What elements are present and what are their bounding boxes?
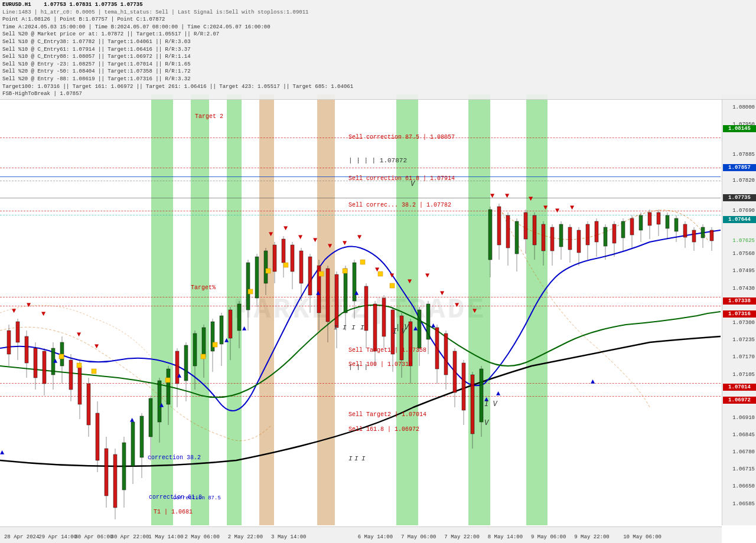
svg-text:I: I	[343, 324, 347, 331]
svg-rect-97	[435, 328, 439, 369]
svg-rect-37	[167, 369, 170, 404]
svg-rect-93	[418, 310, 421, 348]
svg-text:I: I	[361, 455, 366, 462]
svg-rect-83	[373, 304, 377, 351]
svg-text:| V: | V	[396, 323, 409, 332]
svg-rect-131	[586, 224, 589, 245]
svg-text:Sell correc... 38.2 | 1.07782: Sell correc... 38.2 | 1.07782	[348, 202, 451, 208]
price-label-10684: 1.06845	[732, 432, 755, 438]
svg-text:I V: I V	[484, 400, 498, 408]
svg-rect-113	[506, 215, 510, 248]
svg-rect-153	[683, 224, 687, 237]
svg-rect-129	[577, 230, 581, 253]
svg-text:▼: ▼	[298, 233, 303, 241]
price-box-blue-fsb: 1.07857	[723, 164, 756, 171]
price-label-10743: 1.07430	[732, 286, 755, 292]
svg-text:▼: ▼	[357, 233, 362, 241]
svg-rect-212	[92, 369, 96, 374]
svg-rect-81	[364, 286, 368, 331]
price-label-10749: 1.07495	[732, 268, 755, 274]
svg-text:▼: ▼	[505, 192, 510, 200]
svg-rect-155	[692, 230, 696, 242]
svg-rect-17	[78, 366, 82, 404]
svg-rect-147	[657, 212, 660, 224]
price-label-10678: 1.06780	[732, 449, 755, 455]
svg-text:▼: ▼	[425, 272, 430, 280]
svg-rect-117	[524, 212, 527, 239]
fsb-line: FSB-HighToBreak | 1.07857	[2, 90, 754, 98]
svg-rect-1	[7, 331, 11, 354]
svg-rect-123	[550, 227, 554, 251]
time-label-13: 9 May 06:00	[531, 534, 566, 540]
info-line10: Sell %20 @ Entry -88: 1.08619 || Target:…	[2, 76, 754, 83]
price-box-current: 1.07735	[723, 194, 756, 201]
svg-rect-135	[604, 227, 607, 246]
svg-rect-208	[378, 272, 383, 276]
svg-text:▼: ▼	[284, 224, 288, 233]
svg-text:▼: ▼	[455, 301, 460, 309]
svg-rect-137	[612, 224, 616, 243]
price-label-10723: 1.07235	[732, 337, 755, 343]
svg-text:I: I	[360, 324, 364, 331]
svg-rect-73	[326, 269, 330, 322]
svg-rect-51	[229, 310, 232, 338]
svg-rect-99	[444, 333, 448, 375]
chart-container: EURUSD.H1 1.07753 1.07831 1.07735 1.0773…	[0, 0, 756, 543]
svg-rect-121	[542, 224, 545, 251]
svg-rect-133	[595, 221, 598, 242]
svg-rect-143	[639, 215, 643, 230]
svg-rect-27	[122, 443, 126, 490]
price-label-10756: 1.07625	[732, 238, 755, 244]
svg-text:| | | | 1.07872: | | | | 1.07872	[348, 157, 407, 164]
svg-rect-77	[344, 269, 347, 313]
info-line7: Sell %10 @ C_Entry88: 1.08057 || Target:…	[2, 53, 754, 61]
svg-text:▼: ▼	[440, 289, 445, 297]
svg-rect-15	[69, 360, 73, 390]
chart-svg: ▼ ▼ ▼ ▼ ▼ ▼ ▼ ▼ ▼ ▼ ▼ ▼ ▼ ▼ ▼ ▼ ▼ ▼ ▼ ▼ …	[0, 94, 721, 525]
time-label-6: 2 May 06:00	[184, 534, 219, 540]
svg-rect-95	[426, 304, 430, 339]
time-label-11: 7 May 22:00	[444, 534, 479, 540]
time-label-10: 7 May 06:00	[401, 534, 436, 540]
price-label-10782: 1.07820	[732, 178, 755, 184]
svg-text:▼: ▼	[27, 301, 31, 309]
svg-rect-31	[140, 416, 144, 457]
svg-rect-210	[59, 354, 64, 359]
price-box-red-s1618: 1.06972	[723, 397, 756, 404]
svg-text:Sell correction 61.8 | 1.07914: Sell correction 61.8 | 1.07914	[348, 175, 455, 182]
svg-text:▼: ▼	[94, 342, 99, 351]
symbol-line: EURUSD.H1 1.07753 1.07831 1.07735 1.0773…	[2, 1, 754, 9]
time-label-7: 2 May 22:00	[228, 534, 263, 540]
svg-rect-103	[462, 363, 465, 410]
price-box-red-s100: 1.07316	[723, 310, 756, 318]
svg-rect-205	[319, 272, 324, 276]
svg-text:correction 38.2: correction 38.2	[148, 454, 201, 461]
info-line3: Time A:2024.05.03 15:00:00 | Time B:2024…	[2, 24, 754, 31]
svg-text:▼: ▼	[543, 204, 548, 212]
svg-rect-5	[25, 336, 28, 363]
svg-text:▼: ▼	[555, 207, 560, 215]
svg-rect-41	[184, 345, 188, 381]
svg-text:▼: ▼	[472, 307, 477, 315]
info-line6: Sell %10 @ C_Entry61: 1.07914 || Target:…	[2, 46, 754, 54]
svg-rect-43	[193, 333, 197, 366]
svg-rect-53	[237, 304, 241, 331]
price-label-10658: 1.06585	[732, 501, 755, 507]
svg-rect-25	[113, 454, 117, 508]
time-axis-bar: 28 Apr 2024 29 Apr 14:00 30 Apr 06:00 30…	[0, 526, 722, 543]
svg-text:Sell Target1 | 1.07358: Sell Target1 | 1.07358	[348, 347, 426, 354]
svg-text:I: I	[348, 455, 353, 462]
svg-rect-105	[471, 375, 474, 434]
svg-rect-203	[266, 269, 271, 273]
info-line9: Sell %20 @ Entry -50: 1.08404 || Target:…	[2, 68, 754, 76]
time-label-3: 30 Apr 06:00	[74, 534, 113, 540]
svg-rect-59	[264, 251, 268, 283]
time-label-5: 1 May 14:00	[148, 534, 183, 540]
info-line4: Sell %20 @ Market price or at: 1.07872 |…	[2, 31, 754, 38]
price-label-10671: 1.06715	[732, 466, 755, 472]
svg-rect-207	[360, 260, 365, 264]
time-label-1: 28 Apr 2024	[4, 534, 39, 540]
price-label-10800: 1.08000	[732, 104, 755, 110]
svg-rect-67	[299, 251, 303, 283]
time-label-9: 6 May 14:00	[358, 534, 393, 540]
